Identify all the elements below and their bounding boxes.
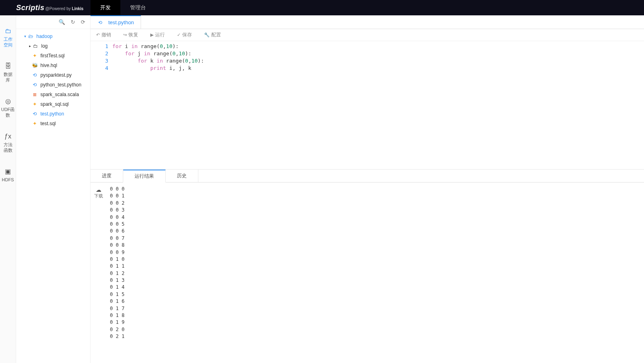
download-label[interactable]: 下载 [94,193,103,198]
file-tab-active[interactable]: ⟲ test.python [90,15,141,29]
result-body: ☁ 下载 0 0 00 0 10 0 20 0 30 0 40 0 50 0 6… [90,183,644,363]
output-line: 0 0 2 [110,200,644,207]
tree-file-spark_sql.sql[interactable]: ✦spark_sql.sql [16,99,90,109]
output-line: 0 1 0 [110,256,644,263]
output-line: 0 1 9 [110,319,644,326]
line-number: 3 [90,57,108,65]
folder-icon: 🗀 [32,43,39,49]
brand-powered: @Powered by Linkis [45,6,84,11]
code-line[interactable]: print i, j, k [112,65,644,72]
tree-file-test.python[interactable]: ⟲test.python [16,109,90,119]
tree-file-hive.hql[interactable]: 🐝hive.hql [16,61,90,70]
code-editor[interactable]: 1234 for i in range(0,10): for j in rang… [90,41,644,170]
line-number: 4 [90,65,108,72]
output-line: 0 0 1 [110,193,644,199]
action-恢复[interactable]: ↪恢复 [123,31,138,38]
action-运行[interactable]: ▶运行 [150,31,165,38]
result-tab-运行结果[interactable]: 运行结果 [123,170,166,183]
result-tab-bar: 进度运行结果历史 [90,170,644,183]
tree-file-test.sql[interactable]: ✦test.sql [16,119,90,128]
code-area[interactable]: for i in range(0,10): for j in range(0,1… [112,41,644,169]
tree-file-python_test.python[interactable]: ⟲python_test.python [16,80,90,90]
output-line: 0 1 1 [110,263,644,270]
file-tab-bar: ⟲ test.python [90,15,644,29]
action-撤销[interactable]: ↶撤销 [96,31,111,38]
rail-item-hdfs-icon[interactable]: ▣HDFS [0,168,16,183]
result-tab-进度[interactable]: 进度 [90,170,123,182]
tree-folder-hadoop[interactable]: ▾🗁hadoop [16,31,90,41]
output-line: 0 1 6 [110,298,644,305]
tree-toolbar: 🔍 ↻ ⟳ [16,15,90,29]
code-line[interactable]: for j in range(0,10): [112,50,644,57]
sql-file-icon: ✦ [32,101,38,107]
output-line: 0 0 4 [110,214,644,221]
action-配置[interactable]: 🔧配置 [204,31,221,38]
spark-file-icon: ≣ [32,91,38,98]
hdfs-icon: ▣ [0,168,16,175]
output-line: 0 0 3 [110,207,644,214]
download-icon[interactable]: ☁ [90,187,107,193]
top-bar: Scriptis @Powered by Linkis 开发管理台 [0,0,644,15]
output-line: 0 0 5 [110,221,644,228]
output-line: 0 0 7 [110,235,644,242]
sql-file-icon: ✦ [32,52,38,59]
brand-name: Scriptis [16,4,44,12]
sql-file-icon: ✦ [32,120,38,127]
file-tab-label: test.python [108,19,134,25]
rail-item-folder-icon[interactable]: 🗀工作空间 [0,27,16,48]
python-icon: ⟲ [97,19,103,26]
output-line: 0 1 2 [110,270,644,277]
result-side-tools: ☁ 下载 [90,183,107,363]
output-line: 0 1 8 [110,312,644,319]
udf-icon: ◎ [0,97,16,105]
python-file-icon: ⟲ [32,72,38,78]
nav-tab-开发[interactable]: 开发 [90,0,120,15]
editor-action-bar: ↶撤销↪恢复▶运行✓保存🔧配置 [90,29,644,41]
hive-file-icon: 🐝 [32,62,38,69]
file-tree-panel: 🔍 ↻ ⟳ ▾🗁hadoop▸🗀log✦firstTest.sql🐝hive.h… [16,15,90,363]
search-icon[interactable]: 🔍 [59,19,65,25]
refresh-icon[interactable]: ⟳ [81,19,85,25]
result-tab-历史[interactable]: 历史 [166,170,198,182]
output-line: 0 1 3 [110,277,644,284]
output-line: 0 1 4 [110,284,644,291]
main-area: ⟲ test.python ↶撤销↪恢复▶运行✓保存🔧配置 1234 for i… [90,15,644,363]
folder-icon: 🗀 [0,27,16,35]
file-tree: ▾🗁hadoop▸🗀log✦firstTest.sql🐝hive.hql⟲pys… [16,29,90,363]
line-number: 1 [90,43,108,50]
rail-item-udf-icon[interactable]: ◎UDF函数 [0,97,16,118]
output-line: 0 0 6 [110,228,644,235]
python-file-icon: ⟲ [32,82,38,88]
python-file-icon: ⟲ [32,111,38,117]
output-line: 0 0 9 [110,249,644,256]
action-保存[interactable]: ✓保存 [177,31,192,38]
code-line[interactable]: for i in range(0,10): [112,43,644,50]
function-icon: ƒx [0,133,16,140]
rail-item-database-icon[interactable]: 🗄数据库 [0,63,16,83]
line-gutter: 1234 [90,41,112,169]
output-line: 0 2 0 [110,326,644,333]
output-line: 0 1 7 [110,305,644,312]
tree-file-spark_scala.scala[interactable]: ≣spark_scala.scala [16,90,90,99]
nav-tab-管理台[interactable]: 管理台 [120,0,156,15]
code-line[interactable]: for k in range(0,10): [112,57,644,65]
output-line: 0 1 5 [110,291,644,298]
tree-file-firstTest.sql[interactable]: ✦firstTest.sql [16,51,90,61]
line-number: 2 [90,50,108,57]
logo: Scriptis @Powered by Linkis [0,4,90,12]
left-rail: 🗀工作空间🗄数据库◎UDF函数ƒx方法函数▣HDFS [0,15,16,363]
result-output[interactable]: 0 0 00 0 10 0 20 0 30 0 40 0 50 0 60 0 7… [107,183,644,363]
output-line: 0 2 1 [110,333,644,340]
database-icon: 🗄 [0,63,16,70]
caret-down-icon: ▾ [23,34,27,38]
output-line: 0 0 8 [110,242,644,249]
history-icon[interactable]: ↻ [71,19,75,25]
tree-file-pysparktest.py[interactable]: ⟲pysparktest.py [16,70,90,80]
rail-item-function-icon[interactable]: ƒx方法函数 [0,133,16,153]
caret-right-icon: ▸ [28,44,32,48]
folder-open-icon: 🗁 [27,33,34,40]
tree-folder-log[interactable]: ▸🗀log [16,41,90,51]
output-line: 0 0 0 [110,186,644,193]
